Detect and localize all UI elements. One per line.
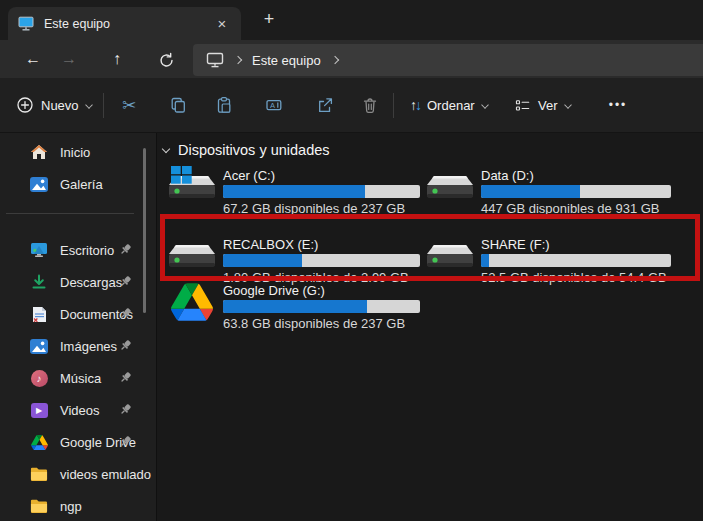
pin-icon xyxy=(119,307,132,320)
refresh-button[interactable] xyxy=(152,45,180,73)
pin-icon xyxy=(119,403,132,416)
scissors-icon: ✂ xyxy=(122,95,136,116)
drive-item-data-d[interactable]: Data (D:)447 GB disponibles de 931 GB xyxy=(427,168,687,216)
pictures-icon xyxy=(30,339,48,354)
drive-capacity-bar xyxy=(223,185,420,198)
trash-icon xyxy=(361,96,379,114)
new-button-label: Nuevo xyxy=(41,98,79,113)
rename-icon: A xyxy=(265,96,283,114)
sidebar-item-imágenes[interactable]: Imágenes xyxy=(0,330,156,362)
plus-circle-icon xyxy=(16,96,34,114)
sidebar-divider xyxy=(6,213,134,214)
gdrive-icon xyxy=(30,435,48,450)
title-bar: Este equipo × + xyxy=(0,0,703,40)
paste-button[interactable] xyxy=(206,87,242,123)
sidebar-item-label: Videos xyxy=(60,403,100,418)
new-tab-button[interactable]: + xyxy=(256,6,282,32)
sidebar-item-label: Imágenes xyxy=(60,339,117,354)
navigation-bar: ← → ↑ Este equipo xyxy=(0,40,703,78)
more-options-button[interactable]: ••• xyxy=(598,87,638,123)
command-toolbar: Nuevo ✂ A ↑↓ Ordenar Ver xyxy=(0,78,703,133)
view-button-label: Ver xyxy=(538,98,558,113)
sort-button-label: Ordenar xyxy=(427,98,475,113)
folder-icon xyxy=(30,498,48,514)
drive-capacity-bar xyxy=(481,185,671,198)
home-icon xyxy=(30,144,48,160)
gallery-icon xyxy=(30,177,48,192)
drive-name: Google Drive (G:) xyxy=(223,283,325,298)
drive-capacity-fill xyxy=(481,185,580,198)
chevron-down-icon xyxy=(481,101,489,109)
tab-este-equipo[interactable]: Este equipo × xyxy=(8,7,241,40)
sidebar-item-label: Descargas xyxy=(60,275,122,290)
hard-drive-icon xyxy=(427,170,473,204)
file-explorer-window: Este equipo × + ← → ↑ Este equipo Nuevo xyxy=(0,0,703,521)
chevron-down-icon xyxy=(564,101,572,109)
sidebar-item-google-drive[interactable]: Google Drive xyxy=(0,426,156,458)
drive-item-acer-c[interactable]: Acer (C:)67.2 GB disponibles de 237 GB xyxy=(169,168,429,216)
breadcrumb-location[interactable]: Este equipo xyxy=(252,53,321,68)
pin-icon xyxy=(119,371,132,384)
pin-icon xyxy=(119,435,132,448)
folder-icon xyxy=(30,466,48,482)
ellipsis-icon: ••• xyxy=(609,98,628,112)
drive-capacity-fill xyxy=(223,300,367,313)
rename-button[interactable]: A xyxy=(256,87,292,123)
view-list-icon xyxy=(514,97,531,114)
view-button[interactable]: Ver xyxy=(508,87,581,123)
hard-drive-icon xyxy=(169,170,215,204)
drive-item-google-drive-g[interactable]: Google Drive (G:)63.8 GB disponibles de … xyxy=(169,283,429,331)
sidebar-item-documentos[interactable]: Documentos xyxy=(0,298,156,330)
copy-button[interactable] xyxy=(160,87,196,123)
monitor-icon xyxy=(206,52,224,68)
section-title: Dispositivos y unidades xyxy=(178,142,330,158)
collapse-chevron-icon[interactable] xyxy=(162,144,170,152)
sidebar-item-label: Música xyxy=(60,371,101,386)
highlight-rectangle xyxy=(160,214,700,281)
address-bar[interactable]: Este equipo xyxy=(193,44,703,76)
clipboard-icon xyxy=(215,96,233,114)
pin-icon xyxy=(119,243,132,256)
sidebar-scrollbar[interactable] xyxy=(143,148,146,313)
toolbar-divider xyxy=(393,93,394,118)
forward-button[interactable]: → xyxy=(55,45,83,73)
share-button[interactable] xyxy=(307,87,343,123)
breadcrumb-chevron-icon xyxy=(234,56,242,64)
sidebar-item-label: videos emulado xyxy=(60,467,151,482)
drive-name: Acer (C:) xyxy=(223,168,275,183)
sidebar-item-inicio[interactable]: Inicio xyxy=(0,136,156,168)
drive-capacity-bar xyxy=(223,300,420,313)
pin-icon xyxy=(119,339,132,352)
share-icon xyxy=(316,96,334,114)
drive-capacity-fill xyxy=(223,185,365,198)
delete-button[interactable] xyxy=(352,87,388,123)
music-icon: ♪ xyxy=(30,370,48,387)
toolbar-divider xyxy=(103,93,104,118)
sidebar-item-label: ngp xyxy=(60,499,82,514)
sidebar-item-label: Escritorio xyxy=(60,243,114,258)
sidebar-item-videos-emulado[interactable]: videos emulado xyxy=(0,458,156,490)
new-button[interactable]: Nuevo xyxy=(8,87,104,123)
copy-icon xyxy=(169,96,187,114)
downloads-icon xyxy=(30,274,48,290)
sidebar-item-ngp[interactable]: ngp xyxy=(0,490,156,521)
sidebar-item-videos[interactable]: ▶Videos xyxy=(0,394,156,426)
sidebar-item-descargas[interactable]: Descargas xyxy=(0,266,156,298)
pin-icon xyxy=(119,275,132,288)
tab-title: Este equipo xyxy=(44,17,213,31)
cut-button[interactable]: ✂ xyxy=(111,87,147,123)
drive-name: Data (D:) xyxy=(481,168,534,183)
svg-text:A: A xyxy=(270,101,275,110)
tab-close-icon[interactable]: × xyxy=(213,15,231,33)
sidebar-item-música[interactable]: ♪Música xyxy=(0,362,156,394)
section-header[interactable]: Dispositivos y unidades xyxy=(163,142,330,158)
sidebar-item-galería[interactable]: Galería xyxy=(0,168,156,200)
sidebar-item-escritorio[interactable]: Escritorio xyxy=(0,234,156,266)
desktop-icon xyxy=(30,242,48,258)
up-button[interactable]: ↑ xyxy=(103,45,131,73)
sort-button[interactable]: ↑↓ Ordenar xyxy=(404,87,498,123)
back-button[interactable]: ← xyxy=(19,45,47,73)
content-pane: Dispositivos y unidades Acer (C:)67.2 GB… xyxy=(156,133,703,521)
breadcrumb-chevron-icon[interactable] xyxy=(330,56,338,64)
this-pc-icon xyxy=(18,16,34,31)
